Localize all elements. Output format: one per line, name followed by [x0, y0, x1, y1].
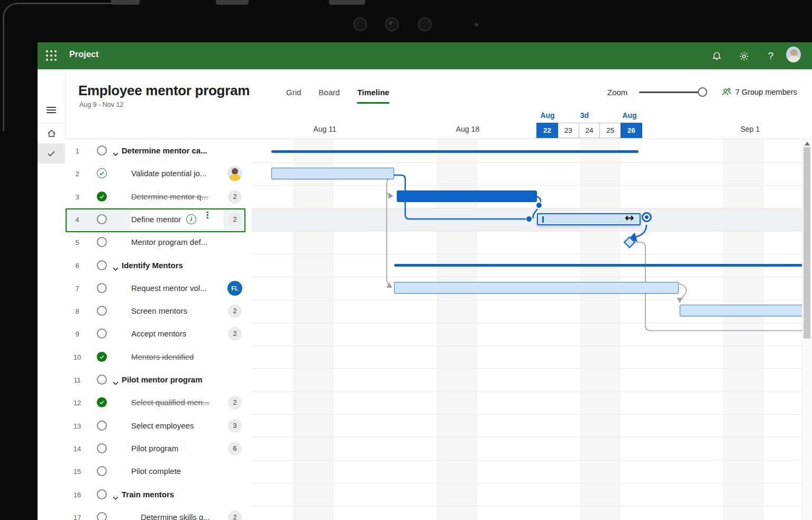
task-row[interactable]: 10Mentors identified	[65, 346, 252, 369]
info-icon[interactable]: i	[186, 214, 196, 224]
vertical-scrollbar[interactable]	[802, 139, 812, 520]
more-options-icon[interactable]: ⋮	[203, 213, 209, 217]
scrollbar-thumb[interactable]	[804, 147, 810, 339]
day-cell-25[interactable]: 25	[599, 123, 621, 138]
task-open-circle[interactable]	[97, 466, 107, 476]
task-row[interactable]: 15Pilot complete	[65, 460, 252, 483]
task-open-circle[interactable]	[97, 443, 107, 453]
task-row[interactable]: 2Validate potential jo...	[65, 162, 252, 185]
task-row[interactable]: 3Determine mentor q...2	[65, 186, 252, 208]
task-row[interactable]: 14Pilot program6	[65, 437, 252, 460]
task-name[interactable]: Accept mentors	[131, 329, 186, 338]
task-complete-icon[interactable]	[97, 397, 107, 407]
task-name[interactable]: Pilot complete	[131, 467, 181, 476]
bar-drag-handle[interactable]	[642, 212, 652, 222]
task-open-circle[interactable]	[97, 489, 107, 499]
notifications-bell-icon[interactable]	[709, 49, 724, 63]
task-name[interactable]: Pilot program	[131, 444, 178, 453]
task-name[interactable]: Determine mentor q...	[131, 192, 208, 201]
task-open-circle[interactable]	[97, 329, 107, 339]
task-open-circle[interactable]	[97, 145, 107, 156]
assignee-avatar[interactable]	[227, 166, 242, 181]
task-open-circle[interactable]	[97, 260, 107, 270]
task-complete-icon[interactable]	[97, 168, 107, 178]
task-name[interactable]: Request mentor vol...	[131, 284, 207, 293]
task-row[interactable]: 8Screen mentors2	[65, 300, 252, 323]
task-row[interactable]: 5Mentor program def...	[65, 231, 252, 254]
task-name[interactable]: Screen mentors	[131, 306, 187, 315]
task-row[interactable]: 7Request mentor vol...FL	[65, 277, 252, 300]
account-avatar[interactable]	[786, 47, 801, 62]
task-row[interactable]: 6Identify Mentors	[65, 254, 252, 277]
task-name[interactable]: Mentors identified	[131, 352, 194, 361]
chevron-down-icon[interactable]	[113, 492, 118, 502]
day-cell-24[interactable]: 24	[579, 123, 600, 138]
assignee-avatar[interactable]: FL	[227, 281, 242, 296]
assignment-count-badge[interactable]: 2	[228, 190, 242, 204]
week-label: Sep 1	[726, 125, 774, 133]
task-name[interactable]: Determine mentor ca...	[122, 146, 207, 155]
group-members-button[interactable]: 7 Group members	[722, 87, 797, 96]
chevron-down-icon[interactable]	[113, 378, 118, 387]
nav-menu-button[interactable]	[38, 100, 65, 120]
task-bar[interactable]	[394, 282, 679, 294]
day-cell-22[interactable]: 22	[536, 123, 558, 138]
task-bar[interactable]	[271, 168, 394, 179]
task-number: 13	[69, 422, 85, 430]
task-name[interactable]: Pilot mentor program	[122, 375, 203, 384]
chevron-down-icon[interactable]	[113, 263, 118, 273]
task-open-circle[interactable]	[97, 421, 107, 431]
task-name[interactable]: Define mentor	[131, 215, 181, 224]
zoom-slider-track[interactable]	[639, 92, 704, 93]
app-title[interactable]: Project	[69, 50, 99, 59]
assignment-count-badge[interactable]: 2	[228, 396, 242, 409]
summary-bar[interactable]	[271, 150, 638, 153]
task-row[interactable]: 1Determine mentor ca...	[65, 140, 252, 162]
summary-bar[interactable]	[394, 264, 802, 267]
task-bar[interactable]	[397, 190, 537, 202]
task-row[interactable]: 11Pilot mentor program	[65, 369, 252, 391]
task-name[interactable]: Determine skills g...	[141, 513, 210, 520]
app-launcher-icon[interactable]	[46, 50, 57, 61]
settings-gear-icon[interactable]	[736, 49, 751, 63]
task-open-circle[interactable]	[97, 375, 107, 385]
task-complete-icon[interactable]	[97, 191, 107, 202]
task-open-circle[interactable]	[97, 237, 107, 247]
task-name[interactable]: Validate potential jo...	[131, 169, 206, 178]
task-row[interactable]: 17Determine skills g...2	[65, 506, 252, 520]
assignment-count-badge[interactable]: 3	[228, 419, 242, 433]
help-icon[interactable]: ?	[763, 49, 778, 63]
task-bar[interactable]	[680, 305, 803, 316]
task-name[interactable]: Mentor program def...	[131, 238, 207, 247]
task-open-circle[interactable]	[97, 214, 107, 224]
tab-timeline[interactable]: Timeline	[357, 88, 389, 104]
task-complete-icon[interactable]	[97, 352, 107, 362]
task-row[interactable]: 9Accept mentors2	[65, 323, 252, 345]
task-open-circle[interactable]	[97, 512, 107, 520]
assignment-count-badge[interactable]: 2	[228, 327, 242, 341]
task-name[interactable]: Train mentors	[122, 490, 174, 499]
zoom-slider-thumb[interactable]	[698, 87, 707, 97]
task-open-circle[interactable]	[97, 283, 107, 293]
day-cell-23[interactable]: 23	[558, 123, 579, 138]
task-row[interactable]: 4Define mentori⋮2	[65, 208, 252, 231]
day-cell-26[interactable]: 26	[621, 123, 642, 138]
assignment-count-badge[interactable]: 2	[228, 213, 242, 226]
task-name[interactable]: Select employees	[131, 421, 194, 430]
tab-board[interactable]: Board	[318, 88, 340, 104]
task-name[interactable]: Identify Mentors	[122, 261, 183, 270]
assignment-count-badge[interactable]: 2	[228, 304, 242, 318]
assignment-count-badge[interactable]: 6	[228, 442, 242, 455]
task-open-circle[interactable]	[97, 306, 107, 316]
nav-tasks-button[interactable]	[38, 143, 65, 163]
scrollbar-up-arrow[interactable]	[805, 142, 810, 145]
task-row[interactable]: 16Train mentors	[65, 483, 252, 506]
task-row[interactable]: 12Select qualified men...2	[65, 391, 252, 414]
tab-grid[interactable]: Grid	[286, 88, 301, 104]
assignment-count-badge[interactable]: 2	[228, 510, 242, 520]
task-row[interactable]: 13Select employees3	[65, 415, 252, 437]
task-name[interactable]: Select qualified men...	[131, 398, 209, 407]
view-tabs: GridBoardTimeline	[286, 88, 389, 104]
chevron-down-icon[interactable]	[113, 149, 118, 158]
nav-home-button[interactable]	[38, 123, 65, 143]
